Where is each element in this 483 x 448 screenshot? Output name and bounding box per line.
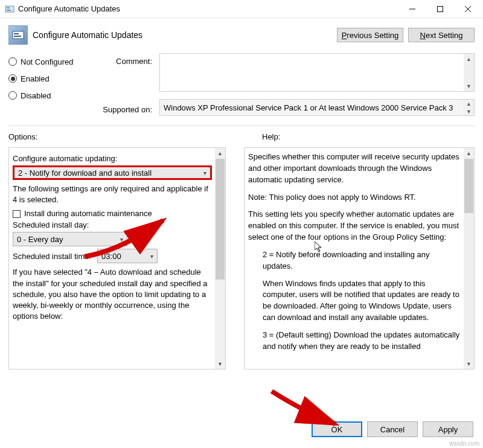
svg-rect-3 xyxy=(438,6,443,11)
comment-label: Comment: xyxy=(93,53,159,92)
supported-on-field: Windows XP Professional Service Pack 1 o… xyxy=(159,99,475,116)
supported-on-text: Windows XP Professional Service Pack 1 o… xyxy=(164,103,453,112)
divider xyxy=(8,126,475,126)
install-time-dropdown[interactable]: 03:00 ▾ xyxy=(97,249,158,263)
chevron-down-icon: ▾ xyxy=(120,236,123,243)
supported-scrollbar[interactable]: ▲▼ xyxy=(464,100,474,115)
help-p5: When Windows finds updates that apply to… xyxy=(248,278,461,324)
svg-rect-4 xyxy=(13,31,24,39)
minimize-button[interactable] xyxy=(398,0,426,18)
radio-not-configured[interactable]: Not Configured xyxy=(8,53,93,70)
options-panel: Configure automatic updating: 2 - Notify… xyxy=(8,147,226,370)
svg-rect-0 xyxy=(5,6,14,12)
ok-button[interactable]: OK xyxy=(312,421,362,437)
maximize-button[interactable] xyxy=(426,0,454,18)
next-setting-button[interactable]: Next Setting xyxy=(408,28,475,42)
window-title: Configure Automatic Updates xyxy=(18,4,398,13)
help-panel: Specifies whether this computer will rec… xyxy=(244,147,475,370)
chevron-down-icon: ▾ xyxy=(203,170,206,176)
policy-large-icon xyxy=(8,25,28,45)
help-p2: Note: This policy does not apply to Wind… xyxy=(248,192,461,203)
following-note: The following settings are only required… xyxy=(13,184,212,205)
options-scrollbar[interactable]: ▲▼ xyxy=(215,148,225,369)
radio-enabled[interactable]: Enabled xyxy=(8,70,93,87)
help-label: Help: xyxy=(238,132,475,141)
header-section: Configure Automatic Updates Previous Set… xyxy=(0,18,483,51)
help-p4: 2 = Notify before downloading and instal… xyxy=(248,249,461,272)
previous-setting-button[interactable]: Previous Setting xyxy=(337,28,403,42)
supported-label: Supported on: xyxy=(93,101,159,114)
apply-button[interactable]: Apply xyxy=(423,421,473,437)
watermark: wsxdn.com xyxy=(449,440,479,447)
help-scrollbar[interactable]: ▲▼ xyxy=(464,148,474,369)
help-p6: 3 = (Default setting) Download the updat… xyxy=(248,330,461,353)
policy-icon xyxy=(5,4,14,14)
svg-rect-1 xyxy=(7,7,10,8)
configure-updating-dropdown[interactable]: 2 - Notify for download and auto install… xyxy=(13,165,212,180)
comment-scrollbar[interactable]: ▲▼ xyxy=(464,54,474,91)
help-p1: Specifies whether this computer will rec… xyxy=(248,152,461,186)
options-label: Options: xyxy=(8,132,238,141)
cancel-button[interactable]: Cancel xyxy=(367,421,418,437)
comment-textarea[interactable]: ▲▼ xyxy=(159,53,475,92)
svg-rect-6 xyxy=(14,36,21,37)
maintenance-checkbox[interactable]: Install during automatic maintenance xyxy=(13,209,212,218)
help-p3: This setting lets you specify whether au… xyxy=(248,209,461,243)
configure-updating-label: Configure automatic updating: xyxy=(13,154,212,163)
svg-rect-2 xyxy=(7,10,11,11)
svg-rect-5 xyxy=(14,33,19,34)
header-title: Configure Automatic Updates xyxy=(33,30,332,40)
radio-disabled[interactable]: Disabled xyxy=(8,87,93,104)
install-time-label: Scheduled install time: xyxy=(13,252,91,261)
window-titlebar: Configure Automatic Updates xyxy=(0,0,483,18)
close-button[interactable] xyxy=(454,0,482,18)
chevron-down-icon: ▾ xyxy=(150,253,153,260)
install-day-dropdown[interactable]: 0 - Every day ▾ xyxy=(13,232,127,246)
install-day-label: Scheduled install day: xyxy=(13,220,212,229)
occurrence-note: If you have selected "4 – Auto download … xyxy=(13,267,212,322)
